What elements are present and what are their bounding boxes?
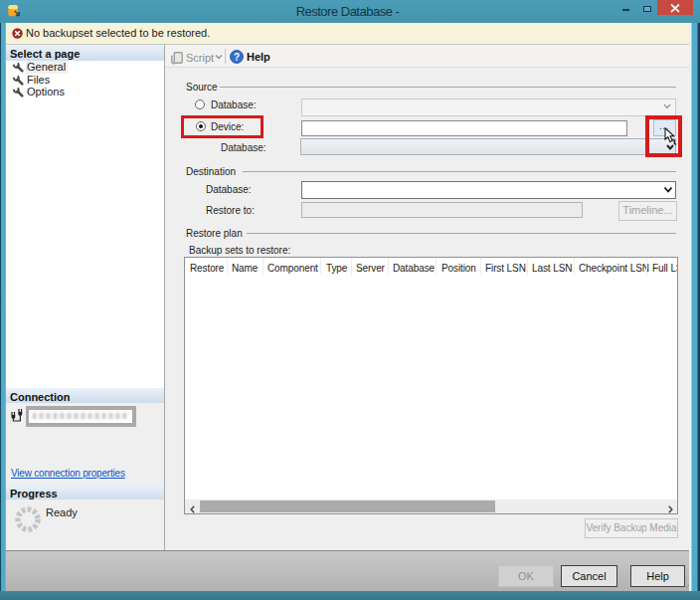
svg-text:?: ?	[234, 52, 240, 63]
